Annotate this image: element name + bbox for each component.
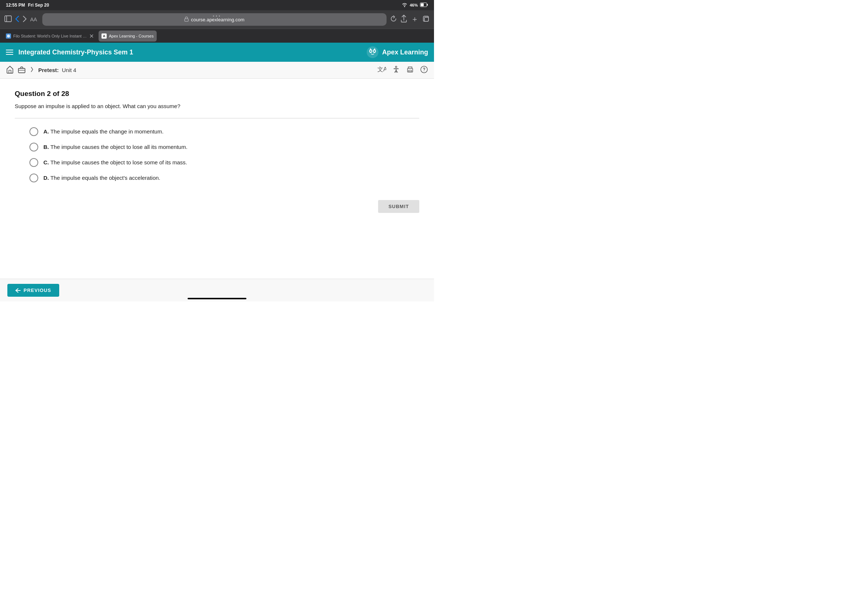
radio-c[interactable]	[29, 158, 38, 167]
svg-rect-6	[423, 16, 429, 21]
svg-rect-16	[9, 70, 11, 73]
app-header-left: Integrated Chemistry-Physics Sem 1	[6, 48, 133, 56]
question-header: Question 2 of 28	[15, 90, 419, 98]
wifi-icon	[402, 3, 407, 8]
main-content: Question 2 of 28 Suppose an impulse is a…	[0, 79, 434, 190]
home-icon[interactable]	[6, 65, 14, 75]
apex-logo: Apex Learning	[366, 46, 428, 59]
status-right: 46%	[402, 3, 428, 8]
reload-icon[interactable]	[390, 15, 397, 23]
svg-point-20	[395, 66, 397, 68]
browser-actions: +	[401, 15, 430, 24]
help-icon[interactable]	[420, 65, 428, 75]
answer-option-b: B. The impulse causes the object to lose…	[29, 143, 419, 152]
translate-icon[interactable]: 文A	[378, 65, 386, 75]
tab-bar: Filo Student: World's Only Live Instant …	[0, 29, 434, 43]
breadcrumb-separator	[29, 66, 34, 74]
answer-text-d: D. The impulse equals the object's accel…	[43, 174, 160, 182]
aa-text[interactable]: AA	[30, 17, 37, 22]
svg-rect-22	[408, 70, 412, 72]
new-tab-icon[interactable]: +	[412, 15, 417, 24]
answer-text-b: B. The impulse causes the object to lose…	[43, 143, 187, 151]
print-icon[interactable]	[406, 65, 414, 75]
pretest-unit: Unit 4	[62, 67, 76, 73]
previous-button[interactable]: PREVIOUS	[7, 284, 59, 297]
app-title: Integrated Chemistry-Physics Sem 1	[19, 48, 133, 56]
pretest-label-bold: Pretest:	[38, 67, 59, 73]
svg-rect-5	[185, 19, 188, 21]
tab-favicon-apex: A	[102, 34, 107, 39]
divider	[15, 118, 419, 118]
submit-area: SUBMIT	[0, 190, 434, 213]
app-header: Integrated Chemistry-Physics Sem 1 Apex …	[0, 43, 434, 62]
tab-filo[interactable]: Filo Student: World's Only Live Instant …	[3, 31, 97, 42]
question-text: Suppose an impulse is applied to an obje…	[15, 102, 419, 111]
content-wrapper: Question 2 of 28 Suppose an impulse is a…	[0, 79, 434, 279]
tab-apex[interactable]: A Apex Learning - Courses	[99, 31, 157, 42]
svg-point-15	[374, 50, 375, 52]
status-bar: 12:55 PM Fri Sep 20 ··· 46%	[0, 0, 434, 10]
radio-b[interactable]	[29, 143, 38, 152]
answer-options: A. The impulse equals the change in mome…	[15, 127, 419, 182]
svg-rect-3	[5, 16, 11, 22]
tabs-icon[interactable]	[422, 15, 430, 24]
svg-rect-17	[19, 68, 25, 73]
hamburger-menu-icon[interactable]	[6, 49, 13, 55]
bottom-nav: PREVIOUS	[0, 279, 434, 302]
answer-text-c: C. The impulse causes the object to lose…	[43, 158, 187, 166]
lock-icon	[184, 17, 189, 23]
svg-rect-1	[421, 3, 424, 6]
answer-option-d: D. The impulse equals the object's accel…	[29, 173, 419, 182]
answer-text-a: A. The impulse equals the change in mome…	[43, 128, 164, 135]
apex-logo-text: Apex Learning	[382, 48, 428, 56]
svg-point-14	[370, 50, 371, 52]
tab-label-apex: Apex Learning - Courses	[109, 34, 154, 38]
accessibility-icon[interactable]	[392, 65, 400, 75]
date: Fri Sep 20	[28, 3, 49, 8]
svg-rect-7	[424, 17, 429, 21]
arrow-left-icon	[15, 288, 21, 293]
submit-button[interactable]: SUBMIT	[378, 200, 419, 213]
battery-level: 46%	[410, 3, 418, 7]
time: 12:55 PM	[6, 3, 25, 8]
briefcase-icon[interactable]	[18, 65, 26, 75]
answer-option-c: C. The impulse causes the object to lose…	[29, 158, 419, 167]
forward-icon[interactable]	[23, 16, 26, 23]
sidebar-toggle-icon[interactable]	[5, 15, 12, 23]
battery-icon	[420, 3, 428, 8]
radio-a[interactable]	[29, 127, 38, 136]
browser-dots: ···	[213, 12, 221, 20]
tab-label-filo: Filo Student: World's Only Live Instant …	[13, 34, 87, 38]
svg-point-11	[367, 46, 379, 58]
pretest-label: Pretest: Unit 4	[38, 67, 76, 73]
home-indicator	[187, 298, 246, 299]
share-icon[interactable]	[401, 15, 407, 24]
tab-close-filo[interactable]	[89, 34, 94, 39]
svg-rect-2	[427, 4, 428, 6]
answer-option-a: A. The impulse equals the change in mome…	[29, 127, 419, 136]
toolbar-right: 文A	[378, 65, 428, 75]
toolbar-left: Pretest: Unit 4	[6, 65, 76, 75]
toolbar: Pretest: Unit 4 文A	[0, 62, 434, 79]
svg-point-8	[7, 34, 10, 37]
back-icon[interactable]	[15, 16, 19, 23]
radio-d[interactable]	[29, 173, 38, 182]
status-left: 12:55 PM Fri Sep 20	[6, 3, 49, 8]
svg-text:文A: 文A	[378, 66, 386, 73]
apex-owl-icon	[366, 46, 379, 59]
tab-favicon-filo	[6, 34, 11, 39]
svg-point-24	[424, 71, 424, 71]
